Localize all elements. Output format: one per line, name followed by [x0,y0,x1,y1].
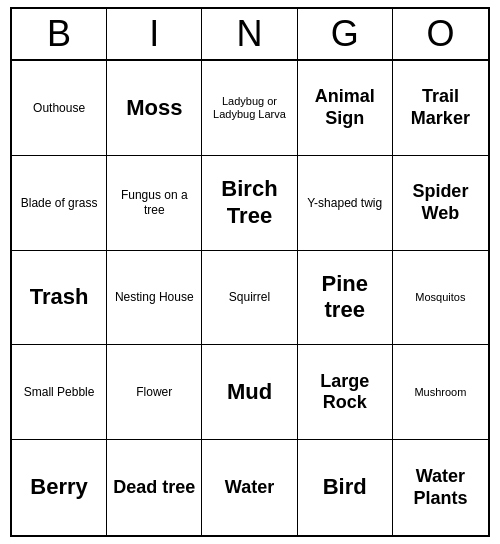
bingo-grid: OuthouseMossLadybug or Ladybug LarvaAnim… [12,61,488,535]
cell-r1-c1: Fungus on a tree [107,156,202,251]
cell-r2-c2: Squirrel [202,251,297,346]
cell-r3-c1: Flower [107,345,202,440]
cell-text: Mushroom [414,386,466,399]
cell-text: Small Pebble [24,385,95,399]
cell-r3-c2: Mud [202,345,297,440]
cell-text: Berry [30,474,87,500]
cell-text: Large Rock [302,371,388,414]
cell-text: Birch Tree [206,176,292,229]
cell-r1-c0: Blade of grass [12,156,107,251]
cell-text: Animal Sign [302,86,388,129]
cell-r3-c3: Large Rock [298,345,393,440]
cell-text: Water [225,477,274,499]
cell-r3-c4: Mushroom [393,345,488,440]
cell-text: Dead tree [113,477,195,499]
cell-r2-c1: Nesting House [107,251,202,346]
cell-r4-c1: Dead tree [107,440,202,535]
cell-text: Spider Web [397,181,484,224]
cell-r0-c0: Outhouse [12,61,107,156]
header-letter: I [107,9,202,59]
cell-r0-c2: Ladybug or Ladybug Larva [202,61,297,156]
cell-r1-c3: Y-shaped twig [298,156,393,251]
header-letter: B [12,9,107,59]
cell-text: Nesting House [115,290,194,304]
bingo-header: BINGO [12,9,488,61]
header-letter: O [393,9,488,59]
cell-text: Mosquitos [415,291,465,304]
cell-r4-c2: Water [202,440,297,535]
cell-r1-c4: Spider Web [393,156,488,251]
cell-r2-c4: Mosquitos [393,251,488,346]
cell-r0-c3: Animal Sign [298,61,393,156]
cell-r4-c4: Water Plants [393,440,488,535]
cell-text: Outhouse [33,101,85,115]
cell-r2-c0: Trash [12,251,107,346]
cell-text: Ladybug or Ladybug Larva [206,95,292,121]
cell-text: Bird [323,474,367,500]
cell-text: Water Plants [397,466,484,509]
cell-text: Squirrel [229,290,270,304]
cell-r1-c2: Birch Tree [202,156,297,251]
cell-text: Pine tree [302,271,388,324]
cell-text: Trash [30,284,89,310]
cell-text: Flower [136,385,172,399]
cell-r0-c1: Moss [107,61,202,156]
header-letter: N [202,9,297,59]
cell-text: Blade of grass [21,196,98,210]
cell-r2-c3: Pine tree [298,251,393,346]
cell-text: Y-shaped twig [307,196,382,210]
cell-text: Fungus on a tree [111,188,197,217]
cell-r3-c0: Small Pebble [12,345,107,440]
cell-r4-c0: Berry [12,440,107,535]
cell-r0-c4: Trail Marker [393,61,488,156]
header-letter: G [298,9,393,59]
bingo-card: BINGO OuthouseMossLadybug or Ladybug Lar… [10,7,490,537]
cell-r4-c3: Bird [298,440,393,535]
cell-text: Mud [227,379,272,405]
cell-text: Trail Marker [397,86,484,129]
cell-text: Moss [126,95,182,121]
